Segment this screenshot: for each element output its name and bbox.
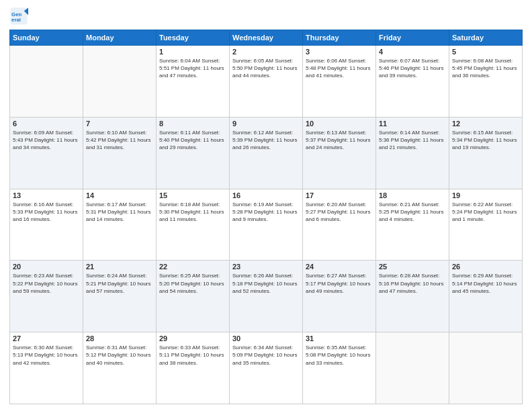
weekday-header-friday: Friday [376, 30, 449, 46]
day-number: 11 [379, 120, 446, 128]
calendar-cell: 12Sunrise: 6:15 AM Sunset: 5:34 PM Dayli… [449, 117, 523, 189]
calendar-week-0: 1Sunrise: 6:04 AM Sunset: 5:51 PM Daylig… [10, 46, 523, 118]
day-number: 5 [452, 48, 519, 56]
page: Gen eral SundayMondayTuesdayWednesdayThu… [0, 0, 532, 411]
svg-text:eral: eral [11, 17, 21, 23]
day-number: 16 [232, 191, 300, 199]
day-number: 8 [159, 120, 226, 128]
day-info: Sunrise: 6:22 AM Sunset: 5:24 PM Dayligh… [452, 201, 519, 224]
calendar-cell: 5Sunrise: 6:08 AM Sunset: 5:45 PM Daylig… [449, 46, 523, 118]
calendar-cell: 20Sunrise: 6:23 AM Sunset: 5:22 PM Dayli… [10, 261, 83, 332]
calendar-cell: 8Sunrise: 6:11 AM Sunset: 5:40 PM Daylig… [157, 117, 230, 189]
day-info: Sunrise: 6:26 AM Sunset: 5:18 PM Dayligh… [232, 272, 300, 295]
logo: Gen eral [9, 7, 31, 26]
day-info: Sunrise: 6:28 AM Sunset: 5:16 PM Dayligh… [379, 272, 446, 295]
day-number: 20 [13, 263, 80, 271]
calendar-cell: 6Sunrise: 6:09 AM Sunset: 5:43 PM Daylig… [10, 117, 83, 189]
weekday-header-wednesday: Wednesday [230, 30, 303, 46]
weekday-header-tuesday: Tuesday [157, 30, 230, 46]
calendar-cell: 15Sunrise: 6:18 AM Sunset: 5:30 PM Dayli… [157, 189, 230, 261]
day-info: Sunrise: 6:29 AM Sunset: 5:14 PM Dayligh… [452, 272, 519, 295]
calendar-cell: 25Sunrise: 6:28 AM Sunset: 5:16 PM Dayli… [376, 261, 449, 332]
day-info: Sunrise: 6:08 AM Sunset: 5:45 PM Dayligh… [452, 57, 519, 80]
day-number: 1 [159, 48, 226, 56]
calendar-cell: 1Sunrise: 6:04 AM Sunset: 5:51 PM Daylig… [157, 46, 230, 118]
calendar-table: SundayMondayTuesdayWednesdayThursdayFrid… [9, 30, 523, 404]
day-number: 12 [452, 120, 519, 128]
day-number: 4 [379, 48, 446, 56]
weekday-header-saturday: Saturday [449, 30, 523, 46]
calendar-week-2: 13Sunrise: 6:16 AM Sunset: 5:33 PM Dayli… [10, 189, 523, 261]
day-number: 31 [306, 334, 373, 342]
day-info: Sunrise: 6:25 AM Sunset: 5:20 PM Dayligh… [159, 272, 226, 295]
calendar-cell: 29Sunrise: 6:33 AM Sunset: 5:11 PM Dayli… [157, 332, 230, 404]
calendar-cell: 19Sunrise: 6:22 AM Sunset: 5:24 PM Dayli… [449, 189, 523, 261]
calendar-cell: 16Sunrise: 6:19 AM Sunset: 5:28 PM Dayli… [230, 189, 303, 261]
calendar-cell: 14Sunrise: 6:17 AM Sunset: 5:31 PM Dayli… [83, 189, 157, 261]
calendar-cell: 7Sunrise: 6:10 AM Sunset: 5:42 PM Daylig… [83, 117, 157, 189]
calendar-cell: 21Sunrise: 6:24 AM Sunset: 5:21 PM Dayli… [83, 261, 157, 332]
day-info: Sunrise: 6:14 AM Sunset: 5:36 PM Dayligh… [379, 129, 446, 152]
header: Gen eral [9, 7, 523, 26]
calendar-cell: 11Sunrise: 6:14 AM Sunset: 5:36 PM Dayli… [376, 117, 449, 189]
day-number: 24 [306, 263, 373, 271]
day-info: Sunrise: 6:17 AM Sunset: 5:31 PM Dayligh… [86, 201, 153, 224]
calendar-cell: 10Sunrise: 6:13 AM Sunset: 5:37 PM Dayli… [303, 117, 376, 189]
day-number: 2 [232, 48, 300, 56]
day-number: 29 [159, 334, 226, 342]
weekday-header-row: SundayMondayTuesdayWednesdayThursdayFrid… [10, 30, 523, 46]
day-number: 13 [13, 191, 80, 199]
calendar-cell: 23Sunrise: 6:26 AM Sunset: 5:18 PM Dayli… [230, 261, 303, 332]
calendar-cell: 9Sunrise: 6:12 AM Sunset: 5:39 PM Daylig… [230, 117, 303, 189]
calendar-week-3: 20Sunrise: 6:23 AM Sunset: 5:22 PM Dayli… [10, 261, 523, 332]
day-number: 26 [452, 263, 519, 271]
day-info: Sunrise: 6:19 AM Sunset: 5:28 PM Dayligh… [232, 201, 300, 224]
day-info: Sunrise: 6:09 AM Sunset: 5:43 PM Dayligh… [13, 129, 80, 152]
calendar-cell: 3Sunrise: 6:06 AM Sunset: 5:48 PM Daylig… [303, 46, 376, 118]
day-number: 15 [159, 191, 226, 199]
day-number: 22 [159, 263, 226, 271]
day-info: Sunrise: 6:24 AM Sunset: 5:21 PM Dayligh… [86, 272, 153, 295]
day-info: Sunrise: 6:35 AM Sunset: 5:08 PM Dayligh… [306, 344, 373, 367]
day-number: 28 [86, 334, 153, 342]
calendar-cell: 22Sunrise: 6:25 AM Sunset: 5:20 PM Dayli… [157, 261, 230, 332]
day-info: Sunrise: 6:16 AM Sunset: 5:33 PM Dayligh… [13, 201, 80, 224]
logo-icon: Gen eral [9, 7, 28, 26]
weekday-header-sunday: Sunday [10, 30, 83, 46]
calendar-week-4: 27Sunrise: 6:30 AM Sunset: 5:13 PM Dayli… [10, 332, 523, 404]
calendar-cell: 24Sunrise: 6:27 AM Sunset: 5:17 PM Dayli… [303, 261, 376, 332]
day-info: Sunrise: 6:23 AM Sunset: 5:22 PM Dayligh… [13, 272, 80, 295]
calendar-cell [376, 332, 449, 404]
day-info: Sunrise: 6:15 AM Sunset: 5:34 PM Dayligh… [452, 129, 519, 152]
day-number: 3 [306, 48, 373, 56]
day-number: 9 [232, 120, 300, 128]
day-number: 21 [86, 263, 153, 271]
day-info: Sunrise: 6:33 AM Sunset: 5:11 PM Dayligh… [159, 344, 226, 367]
day-info: Sunrise: 6:11 AM Sunset: 5:40 PM Dayligh… [159, 129, 226, 152]
day-number: 19 [452, 191, 519, 199]
calendar-cell [83, 46, 157, 118]
day-info: Sunrise: 6:07 AM Sunset: 5:46 PM Dayligh… [379, 57, 446, 80]
day-number: 18 [379, 191, 446, 199]
calendar-week-1: 6Sunrise: 6:09 AM Sunset: 5:43 PM Daylig… [10, 117, 523, 189]
weekday-header-thursday: Thursday [303, 30, 376, 46]
calendar-cell [10, 46, 83, 118]
day-number: 7 [86, 120, 153, 128]
day-number: 14 [86, 191, 153, 199]
day-number: 17 [306, 191, 373, 199]
day-number: 25 [379, 263, 446, 271]
calendar-cell: 13Sunrise: 6:16 AM Sunset: 5:33 PM Dayli… [10, 189, 83, 261]
day-info: Sunrise: 6:04 AM Sunset: 5:51 PM Dayligh… [159, 57, 226, 80]
calendar-cell: 30Sunrise: 6:34 AM Sunset: 5:09 PM Dayli… [230, 332, 303, 404]
day-info: Sunrise: 6:20 AM Sunset: 5:27 PM Dayligh… [306, 201, 373, 224]
day-number: 10 [306, 120, 373, 128]
day-info: Sunrise: 6:31 AM Sunset: 5:12 PM Dayligh… [86, 344, 153, 367]
day-number: 30 [232, 334, 300, 342]
calendar-cell: 4Sunrise: 6:07 AM Sunset: 5:46 PM Daylig… [376, 46, 449, 118]
calendar-cell [449, 332, 523, 404]
calendar-cell: 17Sunrise: 6:20 AM Sunset: 5:27 PM Dayli… [303, 189, 376, 261]
day-number: 23 [232, 263, 300, 271]
day-info: Sunrise: 6:34 AM Sunset: 5:09 PM Dayligh… [232, 344, 300, 367]
day-info: Sunrise: 6:13 AM Sunset: 5:37 PM Dayligh… [306, 129, 373, 152]
calendar-cell: 28Sunrise: 6:31 AM Sunset: 5:12 PM Dayli… [83, 332, 157, 404]
